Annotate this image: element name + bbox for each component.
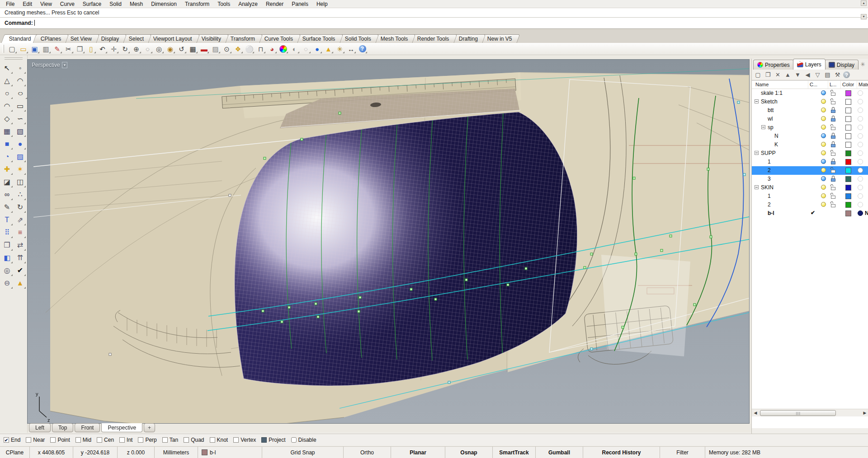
osnap-int[interactable]: Int xyxy=(119,437,132,443)
polyline-tool-icon[interactable]: △ xyxy=(1,75,13,87)
set-origin-icon[interactable]: ⊙ xyxy=(222,44,232,54)
viewport-layout-icon[interactable]: ▦ xyxy=(188,44,198,54)
layer-name[interactable]: b-l xyxy=(768,210,774,216)
layer-row-n[interactable]: N xyxy=(752,132,868,140)
open-file-icon[interactable]: ▭ xyxy=(18,44,28,54)
osnap-checkbox-cen[interactable] xyxy=(97,437,102,443)
layer-material-icon[interactable] xyxy=(858,116,863,122)
move-down-icon[interactable]: ▼ xyxy=(793,70,802,79)
layer-name[interactable]: btt xyxy=(768,107,774,113)
zoom-window-icon[interactable]: ◌ xyxy=(142,44,153,54)
osnap-checkbox-vertex[interactable] xyxy=(233,437,239,443)
layer-material-icon[interactable] xyxy=(858,176,863,182)
layer-visibility-bulb-icon[interactable] xyxy=(821,150,826,155)
osnap-checkbox-perp[interactable] xyxy=(138,437,143,443)
layer-row-k[interactable]: K xyxy=(752,140,868,149)
help-icon[interactable]: ? xyxy=(357,44,368,54)
osnap-checkbox-quad[interactable] xyxy=(184,437,189,443)
panel-tab-display[interactable]: Display xyxy=(825,60,859,70)
split-tool-icon[interactable]: ◫ xyxy=(14,176,26,188)
collapse-icon[interactable] xyxy=(755,99,759,103)
viewport-tab-left[interactable]: Left xyxy=(29,423,51,432)
copy-object-tool-icon[interactable]: ❐ xyxy=(1,239,13,251)
osnap-project[interactable]: Project xyxy=(261,437,285,443)
status-filter[interactable]: Filter xyxy=(660,447,705,458)
boolean-union-tool-icon[interactable]: ✚ xyxy=(1,164,13,175)
circle-tool-icon[interactable]: ○ xyxy=(1,88,13,99)
column-material[interactable]: Mate xyxy=(859,82,868,87)
menu-mesh[interactable]: Mesh xyxy=(126,0,147,8)
xray-view-icon[interactable]: ◌ xyxy=(301,44,311,54)
layer-row-supp[interactable]: SUPP xyxy=(752,149,868,158)
perspective-viewport[interactable]: y z Perspective ▾ xyxy=(28,60,749,423)
status-record-history[interactable]: Record History xyxy=(583,447,660,458)
layer-name[interactable]: 2 xyxy=(768,167,771,173)
toolbar-tab-viewport-layout[interactable]: Viewport Layout xyxy=(145,34,200,43)
status-osnap[interactable]: Osnap xyxy=(445,447,493,458)
layer-material-icon[interactable] xyxy=(858,142,863,147)
layer-row-sketch[interactable]: Sketch xyxy=(752,98,868,106)
layer-row-1[interactable]: 1 xyxy=(752,158,868,166)
polygon-tool-icon[interactable]: ◇ xyxy=(1,113,13,125)
viewport-tab-perspective[interactable]: Perspective xyxy=(101,423,142,432)
move-up-icon[interactable]: ▲ xyxy=(783,70,792,79)
layer-row-b-l[interactable]: b-l✔N xyxy=(752,209,868,218)
layer-panel-hscrollbar[interactable]: ◀ ▶ xyxy=(752,409,868,416)
layer-lock-icon[interactable] xyxy=(831,133,836,139)
ghosted-view-icon[interactable]: ◐ xyxy=(289,44,300,54)
osnap-checkbox-mid[interactable] xyxy=(75,437,81,443)
rotate-view-icon[interactable]: ↻ xyxy=(120,44,130,54)
layer-states-icon[interactable]: ⚪ xyxy=(244,44,255,54)
surface-from-curves-tool-icon[interactable]: ▨ xyxy=(14,151,26,163)
curve-tool-icon[interactable]: ◠ xyxy=(14,75,26,87)
ellipse-tool-icon[interactable]: ○ xyxy=(12,88,28,99)
blend-curve-tool-icon[interactable]: ∽ xyxy=(14,113,26,125)
paste-icon[interactable]: ▯ xyxy=(86,44,96,54)
viewport-canvas[interactable]: y z xyxy=(28,60,749,423)
layer-material-icon[interactable] xyxy=(858,159,863,164)
options-gear-icon[interactable]: ✳ xyxy=(335,44,345,54)
layer-visibility-bulb-icon[interactable] xyxy=(821,142,826,147)
layer-color-swatch[interactable] xyxy=(845,133,851,139)
new-file-icon[interactable]: ▢ xyxy=(7,44,17,54)
layer-lock-icon[interactable] xyxy=(831,184,836,190)
menu-edit[interactable]: Edit xyxy=(19,0,36,8)
toolbar-tab-render-tools[interactable]: Render Tools xyxy=(410,34,457,43)
osnap-point[interactable]: Point xyxy=(50,437,70,443)
osnap-end[interactable]: ✔End xyxy=(4,437,20,443)
layer-material-icon[interactable] xyxy=(858,90,863,96)
layer-row-skin[interactable]: SKIN xyxy=(752,183,868,192)
toolbar-tab-solid-tools[interactable]: Solid Tools xyxy=(337,34,379,43)
panel-gear-icon[interactable]: ✳ xyxy=(860,61,865,68)
osnap-checkbox-disable[interactable] xyxy=(291,437,297,443)
panel-tab-layers[interactable]: Layers xyxy=(793,59,826,70)
osnap-vertex[interactable]: Vertex xyxy=(233,437,256,443)
layer-color-swatch[interactable] xyxy=(845,99,851,105)
layer-name[interactable]: SUPP xyxy=(761,150,776,156)
layer-visibility-bulb-icon[interactable] xyxy=(821,185,826,190)
osnap-disable[interactable]: Disable xyxy=(291,437,316,443)
extrude-tool-icon[interactable]: ⇈ xyxy=(14,252,26,264)
viewport-tab-top[interactable]: Top xyxy=(52,423,73,432)
print-icon[interactable]: ▥ xyxy=(41,44,51,54)
text-tool-icon[interactable]: T xyxy=(1,214,13,226)
layer-name[interactable]: K xyxy=(774,141,778,148)
layer-tools-icon[interactable]: ⚒ xyxy=(833,70,842,79)
layer-row-btt[interactable]: btt xyxy=(752,106,868,115)
layer-material-icon[interactable] xyxy=(858,150,863,156)
layer-color-swatch[interactable] xyxy=(845,193,851,199)
layer-name[interactable]: 1 xyxy=(768,193,771,199)
menu-render[interactable]: Render xyxy=(262,0,288,8)
menu-tools[interactable]: Tools xyxy=(213,0,234,8)
command-history[interactable]: Creating meshes... Press Esc to cancel xyxy=(0,8,868,18)
status-cplane[interactable]: CPlane xyxy=(0,447,30,458)
layer-visibility-bulb-icon[interactable] xyxy=(821,168,826,173)
layer-color-swatch[interactable] xyxy=(845,116,851,122)
alert-cone-icon[interactable]: ▲ xyxy=(323,44,334,54)
cut-icon[interactable]: ✂ xyxy=(63,44,74,54)
panel-tab-properties[interactable]: Properties xyxy=(753,60,794,70)
menu-curve[interactable]: Curve xyxy=(56,0,79,8)
layer-lock-icon[interactable] xyxy=(831,90,836,96)
scroll-up-icon[interactable]: ▴ xyxy=(861,0,867,6)
layer-name[interactable]: SKIN xyxy=(761,184,774,191)
